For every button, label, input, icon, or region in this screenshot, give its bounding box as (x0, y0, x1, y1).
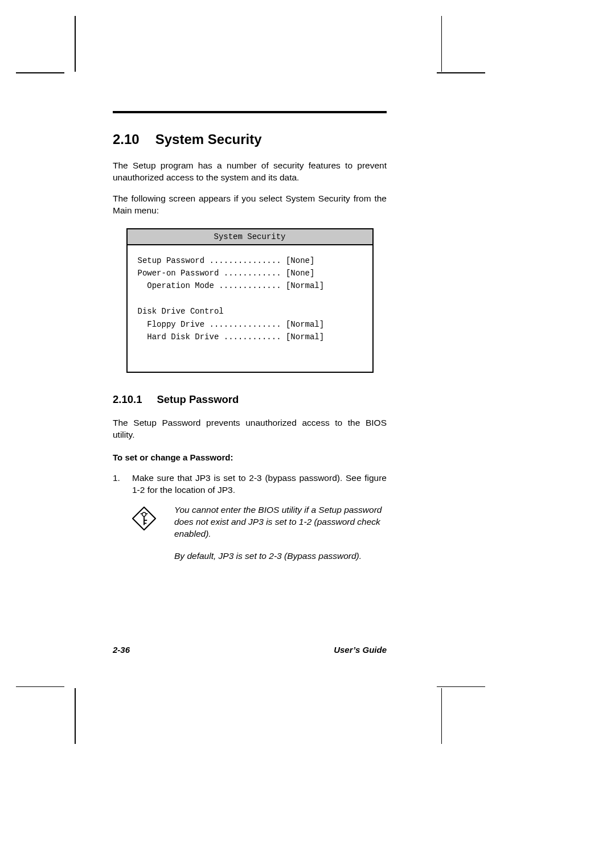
footer-title: User’s Guide (334, 645, 387, 655)
list-text: Make sure that JP3 is set to 2-3 (bypass… (132, 472, 387, 496)
page-footer: 2-36 User’s Guide (113, 645, 387, 655)
note-text: By default, JP3 is set to 2-3 (Bypass pa… (174, 550, 387, 562)
note-icon (132, 507, 156, 530)
section-heading: 2.10System Security (113, 131, 387, 147)
section-rule (113, 111, 387, 113)
bios-title: System Security (128, 229, 372, 245)
section-number: 2.10 (113, 131, 140, 147)
section-title: System Security (155, 131, 262, 147)
subsection-title: Setup Password (157, 393, 239, 405)
list-item: 1. Make sure that JP3 is set to 2-3 (byp… (113, 472, 387, 496)
paragraph: The Setup program has a number of securi… (113, 160, 387, 184)
list-number: 1. (113, 472, 132, 496)
subsection-heading: 2.10.1Setup Password (113, 393, 387, 406)
note: You cannot enter the BIOS utility if a S… (132, 504, 387, 540)
crop-mark (441, 688, 442, 744)
procedure-title: To set or change a Password: (113, 452, 387, 462)
crop-mark (437, 72, 485, 73)
crop-mark (75, 16, 76, 72)
paragraph: The Setup Password prevents unauthorized… (113, 417, 387, 441)
subsection-number: 2.10.1 (113, 393, 142, 405)
page-number: 2-36 (113, 645, 130, 655)
svg-point-1 (142, 512, 146, 516)
note-text: You cannot enter the BIOS utility if a S… (174, 504, 387, 540)
bios-screen: System Security Setup Password .........… (126, 228, 374, 373)
crop-mark (441, 16, 442, 72)
crop-mark (16, 72, 64, 73)
crop-mark (16, 686, 64, 688)
bios-body: Setup Password ............... [None] Po… (128, 245, 372, 372)
crop-mark (75, 688, 76, 744)
crop-mark (437, 686, 485, 688)
page-content: 2.10System Security The Setup program ha… (113, 111, 387, 562)
paragraph: The following screen appears if you sele… (113, 193, 387, 217)
